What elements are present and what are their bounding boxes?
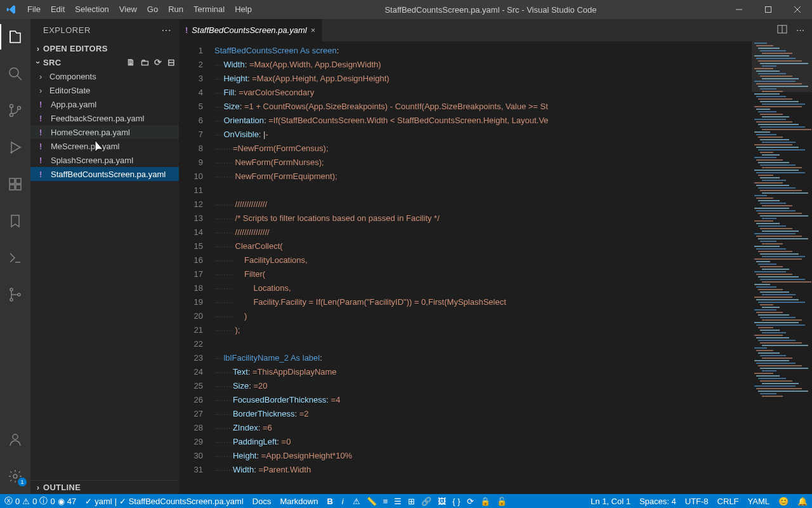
code-line[interactable]: [214, 184, 751, 197]
code-line[interactable]: ········Size: =20: [214, 379, 751, 393]
search-icon[interactable]: [0, 61, 30, 86]
lock-icon[interactable]: 🔒: [480, 497, 490, 506]
menu-terminal[interactable]: Terminal: [188, 0, 230, 19]
minimize-icon[interactable]: [724, 0, 754, 19]
code-line[interactable]: ········ Facility.Facility = If(Len(Para…: [214, 295, 751, 309]
unlock-icon[interactable]: 🔓: [497, 497, 507, 506]
add-icon[interactable]: ⊞: [408, 497, 415, 506]
status-indent[interactable]: Spaces: 4: [635, 494, 681, 508]
folder-item[interactable]: ›Components: [30, 69, 179, 83]
status-bold[interactable]: B: [322, 494, 337, 508]
collapse-all-icon[interactable]: ⊟: [167, 57, 175, 67]
folder-root-section[interactable]: › SRC 🗎 🗀 ⟳ ⊟: [30, 55, 179, 69]
code-line[interactable]: ········ );: [214, 323, 751, 337]
code-line[interactable]: ····Orientation: =If(StaffBedCountsScree…: [214, 114, 751, 128]
status-cursor-pos[interactable]: Ln 1, Col 1: [586, 494, 635, 508]
status-feedback-icon[interactable]: 😊: [774, 494, 793, 508]
ruler-icon[interactable]: 📏: [367, 497, 377, 506]
code-line[interactable]: ········Width: =Parent.Width: [214, 463, 751, 477]
powershell-icon[interactable]: [0, 245, 30, 271]
status-italic[interactable]: i: [337, 494, 348, 508]
file-item[interactable]: !FeedbackScreen.pa.yaml: [30, 111, 179, 125]
minimap[interactable]: [751, 41, 812, 494]
open-editors-section[interactable]: › OPEN EDITORS: [30, 41, 179, 55]
outline-section[interactable]: › OUTLINE: [30, 480, 179, 494]
code-line[interactable]: ········Height: =App.DesignHeight*10%: [214, 449, 751, 463]
status-docs[interactable]: Docs: [248, 494, 276, 508]
minimap-viewport[interactable]: [752, 41, 812, 92]
new-folder-icon[interactable]: 🗀: [140, 57, 149, 67]
file-item[interactable]: !App.pa.yaml: [30, 97, 179, 111]
code-line[interactable]: ········ Locations,: [214, 281, 751, 295]
file-item[interactable]: !MeScreen.pa.yaml: [30, 139, 179, 153]
code-line[interactable]: ········ //////////////: [214, 197, 751, 211]
close-icon[interactable]: [783, 0, 812, 19]
more-icon[interactable]: ⋯: [161, 24, 172, 36]
folder-item[interactable]: ›EditorState: [30, 83, 179, 97]
maximize-icon[interactable]: [754, 0, 783, 19]
code-line[interactable]: ········FocusedBorderThickness: =4: [214, 393, 751, 407]
more-actions-icon[interactable]: ⋯: [796, 25, 804, 35]
status-bell-icon[interactable]: 🔔: [793, 494, 812, 508]
code-line[interactable]: ········ /* Scripts to filter locations …: [214, 211, 751, 225]
status-eol[interactable]: CRLF: [713, 494, 743, 508]
checklist-icon[interactable]: ☰: [394, 497, 402, 506]
code-line[interactable]: StaffBedCountsScreen As screen:: [214, 44, 751, 58]
status-markdown[interactable]: Markdown: [275, 494, 322, 508]
code-editor[interactable]: 1234567891011121314151617181920212223242…: [179, 41, 812, 494]
menu-file[interactable]: File: [22, 0, 46, 19]
code-line[interactable]: ········ Filter(: [214, 267, 751, 281]
status-branch[interactable]: ✓ yaml | ✓ StaffBedCountsScreen.pa.yaml: [81, 494, 248, 508]
menu-edit[interactable]: Edit: [46, 0, 70, 19]
code-line[interactable]: ····lblFacilityName_2 As label:: [214, 351, 751, 365]
split-editor-icon[interactable]: [777, 24, 787, 36]
code-line[interactable]: ········ ///////////////: [214, 225, 751, 239]
settings-gear-icon[interactable]: 1: [0, 464, 30, 489]
code-line[interactable]: ····Width: =Max(App.Width, App.DesignWid…: [214, 58, 751, 72]
code-line[interactable]: ········=NewForm(FormCensus);: [214, 142, 751, 156]
alert-icon[interactable]: ⚠: [353, 497, 360, 506]
list-icon[interactable]: ≡: [383, 497, 388, 506]
code-line[interactable]: ········ZIndex: =6: [214, 421, 751, 435]
source-control-icon[interactable]: [0, 98, 30, 123]
code-line[interactable]: ········ NewForm(FormEquipment);: [214, 170, 751, 184]
status-encoding[interactable]: UTF-8: [681, 494, 713, 508]
code-line[interactable]: ········ NewForm(FormNurses);: [214, 156, 751, 170]
link-icon[interactable]: 🔗: [421, 497, 431, 506]
tab-active[interactable]: ! StaffBedCountsScreen.pa.yaml ×: [179, 19, 322, 41]
file-item[interactable]: !StaffBedCountsScreen.pa.yaml: [30, 167, 179, 181]
run-debug-icon[interactable]: [0, 135, 30, 160]
code-line[interactable]: ····Height: =Max(App.Height, App.DesignH…: [214, 72, 751, 86]
code-line[interactable]: ········PaddingLeft: =0: [214, 435, 751, 449]
code-line[interactable]: ····Size: =1 + CountRows(App.SizeBreakpo…: [214, 100, 751, 114]
menu-selection[interactable]: Selection: [70, 0, 114, 19]
account-icon[interactable]: [0, 427, 30, 452]
code-line[interactable]: ········ ): [214, 309, 751, 323]
status-icons-group[interactable]: ⚠ 📏 ≡ ☰ ⊞ 🔗 🖼 { } ⟳ 🔒 🔓: [348, 494, 511, 508]
code-line[interactable]: ····Fill: =varColorSecondary: [214, 86, 751, 100]
extensions-icon[interactable]: [0, 171, 30, 197]
code-line[interactable]: [214, 337, 751, 351]
bookmark-icon[interactable]: [0, 208, 30, 234]
sync-icon[interactable]: ⟳: [467, 497, 474, 506]
code-line[interactable]: ········ FacilityLocations,: [214, 253, 751, 267]
tab-close-icon[interactable]: ×: [311, 25, 316, 35]
explorer-icon[interactable]: [0, 24, 30, 50]
image-icon[interactable]: 🖼: [438, 497, 446, 506]
menu-go[interactable]: Go: [142, 0, 163, 19]
git-graph-icon[interactable]: [0, 282, 30, 307]
status-language[interactable]: YAML: [743, 494, 774, 508]
file-item[interactable]: !HomeScreen.pa.yaml: [30, 125, 179, 139]
refresh-icon[interactable]: ⟳: [154, 57, 162, 67]
code-line[interactable]: ········BorderThickness: =2: [214, 407, 751, 421]
code-line[interactable]: ········ ClearCollect(: [214, 239, 751, 253]
code-content[interactable]: StaffBedCountsScreen As screen:····Width…: [214, 41, 751, 494]
code-line[interactable]: ········Text: =ThisAppDisplayName: [214, 365, 751, 379]
new-file-icon[interactable]: 🗎: [126, 57, 135, 67]
menu-view[interactable]: View: [114, 0, 142, 19]
code-line[interactable]: ····OnVisible: |-: [214, 128, 751, 142]
status-problems[interactable]: ⓧ0 ⚠0 ⓘ0 ◉47: [0, 494, 81, 508]
menu-help[interactable]: Help: [230, 0, 257, 19]
file-item[interactable]: !SplashScreen.pa.yaml: [30, 153, 179, 167]
code-brackets-icon[interactable]: { }: [452, 497, 460, 506]
